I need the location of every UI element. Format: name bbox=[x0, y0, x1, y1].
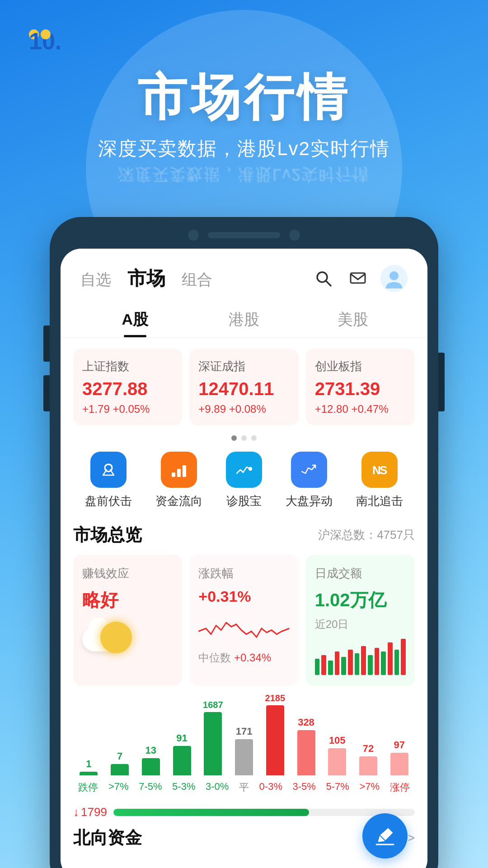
nav-tab-watchlist[interactable]: 自选 bbox=[80, 269, 111, 290]
earn-effect-title: 赚钱效应 bbox=[82, 566, 173, 581]
svg-point-8 bbox=[249, 467, 252, 470]
tool-zhengubao[interactable]: 诊股宝 bbox=[226, 452, 262, 509]
phone-container: 自选 市场 组合 bbox=[0, 203, 488, 868]
market-tab-a-share[interactable]: A股 bbox=[80, 301, 189, 337]
dist-col-8: 105 bbox=[322, 735, 353, 775]
tool-panqian[interactable]: 盘前伏击 bbox=[85, 452, 132, 509]
nav-tab-market[interactable]: 市场 bbox=[127, 266, 165, 291]
market-overview-meta: 沪深总数：4757只 bbox=[318, 527, 415, 543]
phone-button-vol-down bbox=[43, 375, 50, 411]
dot-1 bbox=[231, 435, 237, 441]
index-card-shanghai[interactable]: 上证指数 3277.88 +1.79 +0.05% bbox=[73, 349, 182, 425]
index-value-shanghai: 3277.88 bbox=[82, 379, 173, 399]
index-change-cyb: +12.80 +0.47% bbox=[315, 403, 406, 415]
app-header-icons bbox=[312, 265, 408, 292]
daily-volume-value: 1.02万亿 bbox=[315, 588, 406, 613]
phone-camera bbox=[188, 230, 199, 241]
dist-col-5: 171 bbox=[229, 726, 260, 775]
phone-frame: 自选 市场 组合 bbox=[50, 217, 438, 868]
hero-title: 市场行情 bbox=[27, 64, 461, 132]
index-name-shenzhen: 深证成指 bbox=[198, 359, 289, 374]
zhengubao-icon bbox=[226, 452, 262, 488]
svg-text:S: S bbox=[380, 463, 387, 477]
dist-col-0: 1 bbox=[73, 758, 104, 775]
app-nav-tabs: 自选 市场 组合 bbox=[80, 266, 212, 291]
tool-label-dapan: 大盘异动 bbox=[286, 493, 333, 509]
daily-volume-sub: 近20日 bbox=[315, 617, 406, 632]
dist-col-1: 7 bbox=[104, 750, 136, 775]
progress-fill bbox=[113, 809, 310, 816]
daily-volume-card[interactable]: 日成交额 1.02万亿 近20日 bbox=[306, 555, 415, 686]
hero-subtitle: 深度买卖数据，港股Lv2实时行情 深度买卖数据，港股Lv2实时行情 bbox=[27, 136, 461, 185]
dot-2 bbox=[241, 435, 247, 441]
daily-volume-title: 日成交额 bbox=[315, 566, 406, 581]
rise-fall-sub: 中位数 +0.34% bbox=[198, 651, 289, 665]
index-card-cyb[interactable]: 创业板指 2731.39 +12.80 +0.47% bbox=[306, 349, 415, 425]
index-change-shenzhen: +9.89 +0.08% bbox=[198, 403, 289, 415]
search-icon[interactable] bbox=[312, 267, 335, 290]
rise-fall-pct: +0.31% bbox=[198, 588, 289, 605]
phone-button-vol-up bbox=[43, 326, 50, 362]
phone-button-power bbox=[438, 353, 445, 411]
svg-rect-5 bbox=[172, 472, 175, 477]
tool-label-zhengubao: 诊股宝 bbox=[226, 493, 262, 509]
svg-rect-7 bbox=[183, 465, 186, 477]
index-cards: 上证指数 3277.88 +1.79 +0.05% 深证成指 12470.11 … bbox=[61, 338, 427, 433]
dist-col-9: 72 bbox=[353, 743, 384, 775]
rise-fall-chart bbox=[198, 608, 289, 649]
dist-col-3: 91 bbox=[166, 732, 197, 775]
dist-bars: 1 7 13 91 bbox=[73, 697, 415, 778]
avatar[interactable] bbox=[380, 265, 408, 292]
nanbeizhuiji-icon: N S bbox=[361, 452, 398, 488]
weather-icon bbox=[82, 617, 132, 658]
tool-nanbeizhuiji[interactable]: N S 南北追击 bbox=[356, 452, 403, 509]
distribution-chart: 1 7 13 91 bbox=[61, 693, 427, 802]
twenty-day-bars bbox=[315, 634, 406, 675]
phone-speaker bbox=[208, 232, 280, 238]
panqian-icon bbox=[90, 452, 127, 488]
market-tabs: A股 港股 美股 bbox=[61, 301, 427, 338]
hero-section: 市场行情 深度买卖数据，港股Lv2实时行情 深度买卖数据，港股Lv2实时行情 bbox=[0, 55, 488, 203]
market-overview-header: 市场总览 沪深总数：4757只 bbox=[61, 516, 427, 550]
dist-col-4: 1687 bbox=[197, 700, 229, 775]
tool-capital[interactable]: 资金流向 bbox=[155, 452, 202, 509]
progress-track bbox=[113, 809, 415, 816]
rise-fall-title: 涨跌幅 bbox=[198, 566, 289, 581]
nav-tab-portfolio[interactable]: 组合 bbox=[182, 269, 212, 290]
svg-line-1 bbox=[326, 281, 331, 286]
market-tab-us[interactable]: 美股 bbox=[299, 301, 408, 337]
dapan-icon bbox=[291, 452, 327, 488]
index-name-cyb: 创业板指 bbox=[315, 359, 406, 374]
dist-col-7: 328 bbox=[291, 717, 322, 775]
market-overview-title: 市场总览 bbox=[73, 524, 142, 547]
phone-notch bbox=[61, 230, 427, 241]
fab-button[interactable] bbox=[362, 813, 408, 859]
phone-screen: 自选 市场 组合 bbox=[61, 249, 427, 868]
app-header: 自选 市场 组合 bbox=[61, 249, 427, 301]
progress-row: ↓1799 bbox=[73, 805, 415, 819]
dist-col-10: 97 bbox=[384, 739, 415, 775]
index-value-shenzhen: 12470.11 bbox=[198, 379, 289, 399]
progress-label: ↓1799 bbox=[73, 805, 107, 819]
earn-effect-value: 略好 bbox=[82, 588, 173, 613]
tool-label-capital: 资金流向 bbox=[155, 493, 202, 509]
tool-label-nanbeizhuiji: 南北追击 bbox=[356, 493, 403, 509]
tool-dapan[interactable]: 大盘异动 bbox=[286, 452, 333, 509]
index-value-cyb: 2731.39 bbox=[315, 379, 406, 399]
index-change-shanghai: +1.79 +0.05% bbox=[82, 403, 173, 415]
index-card-shenzhen[interactable]: 深证成指 12470.11 +9.89 +0.08% bbox=[189, 349, 298, 425]
message-icon[interactable] bbox=[346, 267, 370, 290]
earn-effect-card[interactable]: 赚钱效应 略好 bbox=[73, 555, 182, 686]
sun-shape bbox=[100, 622, 132, 653]
north-capital-title: 北向资金 bbox=[73, 826, 142, 849]
svg-rect-6 bbox=[177, 469, 181, 477]
capital-icon bbox=[161, 452, 197, 488]
index-name-shanghai: 上证指数 bbox=[82, 359, 173, 374]
dist-col-6: 2185 bbox=[259, 693, 291, 775]
tool-label-panqian: 盘前伏击 bbox=[85, 493, 132, 509]
quick-tools: 盘前伏击 资金流向 bbox=[61, 443, 427, 516]
rise-fall-card[interactable]: 涨跌幅 +0.31% 中位数 +0.34% bbox=[189, 555, 298, 686]
dist-col-2: 13 bbox=[135, 745, 166, 775]
market-tab-hk[interactable]: 港股 bbox=[189, 301, 298, 337]
dot-3 bbox=[251, 435, 257, 441]
